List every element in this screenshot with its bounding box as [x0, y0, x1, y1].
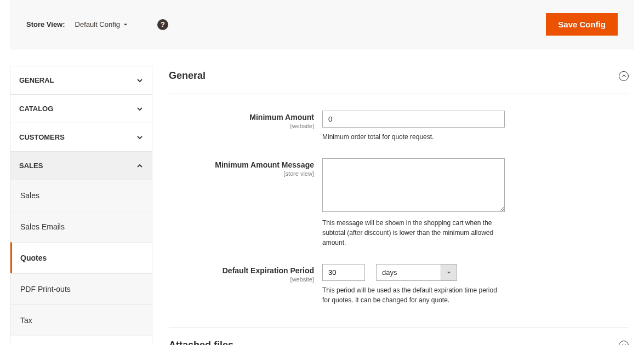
field-hint: Minimum order total for quote request. — [322, 132, 505, 142]
chevron-down-icon — [136, 134, 143, 141]
content-area: General Minimum Amount [website] Minimum… — [169, 66, 634, 345]
sidebar-item-tax[interactable]: Tax — [10, 304, 152, 336]
sidebar-group-catalog: CATALOG — [10, 95, 152, 123]
section-title: General — [169, 70, 206, 82]
section-header-attached[interactable]: Attached files — [169, 327, 629, 345]
sidebar-item-sales[interactable]: Sales — [10, 180, 152, 211]
sidebar-item-sales-emails[interactable]: Sales Emails — [10, 211, 152, 242]
field-min-amount: Minimum Amount [website] Minimum order t… — [169, 111, 629, 142]
section-body-general: Minimum Amount [website] Minimum order t… — [169, 94, 629, 327]
field-hint: This message will be shown in the shoppi… — [322, 218, 505, 248]
topbar: Store View: Default Config ? Save Config — [10, 0, 634, 49]
min-amount-msg-textarea[interactable] — [322, 158, 505, 212]
save-config-button[interactable]: Save Config — [546, 13, 618, 36]
field-scope: [store view] — [169, 170, 314, 177]
chevron-down-icon — [136, 77, 143, 84]
section-header-general[interactable]: General — [169, 66, 629, 94]
expiration-unit-select[interactable]: days — [376, 264, 457, 281]
sidebar-group-general: GENERAL — [10, 66, 152, 95]
field-scope: [website] — [169, 276, 314, 283]
chevron-down-icon — [447, 271, 451, 275]
sidebar-group-header[interactable]: CATALOG — [10, 95, 152, 123]
field-hint: This period will be used as the default … — [322, 285, 505, 305]
field-label: Default Expiration Period — [223, 266, 314, 275]
field-label: Minimum Amount Message — [215, 160, 314, 169]
dropdown-toggle — [441, 264, 457, 281]
field-min-amount-msg: Minimum Amount Message [store view] This… — [169, 158, 629, 248]
field-scope: [website] — [169, 123, 314, 129]
chevron-up-icon — [136, 163, 143, 169]
min-amount-input[interactable] — [322, 111, 505, 128]
section-title: Attached files — [169, 340, 233, 345]
sidebar-group-header[interactable]: SALES — [10, 152, 152, 180]
help-icon[interactable]: ? — [157, 19, 168, 30]
store-view-label: Store View: — [26, 20, 65, 28]
expiration-value-input[interactable] — [322, 264, 365, 281]
sidebar-item-quotes[interactable]: Quotes — [10, 242, 152, 273]
sidebar-group-sales: SALES Sales Sales Emails Quotes PDF Prin… — [10, 152, 152, 336]
sidebar-group-header[interactable]: CUSTOMERS — [10, 123, 152, 151]
store-view-dropdown[interactable]: Default Config — [75, 20, 128, 28]
config-sidebar: GENERAL CATALOG CUSTOMERS SALES Sales — [10, 66, 152, 345]
chevron-down-icon — [136, 106, 143, 112]
collapse-icon — [619, 71, 629, 81]
sidebar-group-customers: CUSTOMERS — [10, 123, 152, 152]
sidebar-group-header[interactable]: GENERAL — [10, 66, 152, 94]
field-expiration: Default Expiration Period [website] days — [169, 264, 629, 305]
chevron-down-icon — [123, 22, 128, 27]
field-label: Minimum Amount — [249, 113, 314, 122]
expand-icon — [619, 341, 629, 346]
store-view-switcher: Store View: Default Config ? — [26, 19, 168, 30]
sidebar-item-pdf[interactable]: PDF Print-outs — [10, 273, 152, 304]
